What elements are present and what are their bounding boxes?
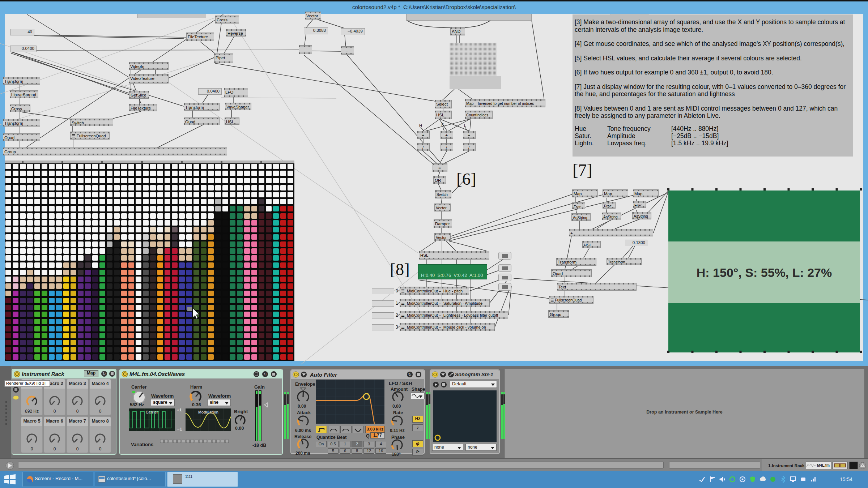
svg-text:Carrier: Carrier <box>146 410 158 414</box>
svg-text:↻: ↻ <box>102 372 106 376</box>
svg-text:↻: ↻ <box>408 372 411 377</box>
svg-text:↻: ↻ <box>263 372 267 376</box>
svg-text:Modulation: Modulation <box>198 410 218 414</box>
